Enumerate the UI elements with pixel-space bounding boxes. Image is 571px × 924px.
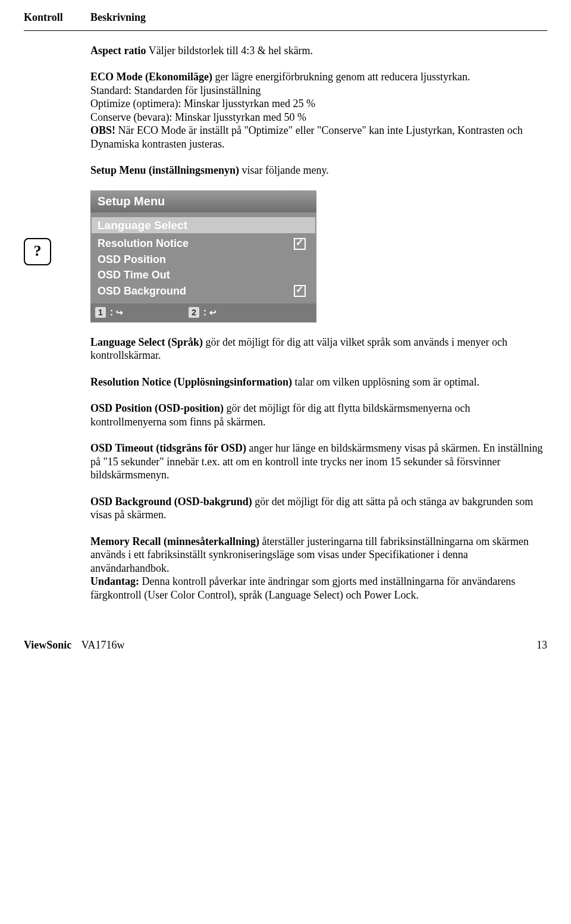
- header-divider: [24, 30, 547, 31]
- osd-item-osd-background: OSD Background: [98, 283, 309, 299]
- question-icon: ?: [24, 238, 51, 265]
- setup-menu-label: Setup Menu (inställningsmenyn): [90, 164, 239, 176]
- setup-menu-text: visar följande meny.: [239, 164, 329, 176]
- para-setup-menu: Setup Menu (inställningsmenyn) visar föl…: [90, 164, 547, 177]
- osd-body: Language Select Resolution Notice OSD Po…: [90, 212, 316, 304]
- osd-position-label: OSD Position: [98, 253, 166, 267]
- osd-footer-hint-2: 2 : ↩: [189, 306, 217, 318]
- osd-footer: 1 : ↪ 2 : ↩: [90, 303, 316, 322]
- header-kontroll: Kontroll: [24, 11, 90, 24]
- osd-title: Setup Menu: [90, 190, 316, 212]
- osd-resolution-label: Resolution Notice: [98, 237, 189, 250]
- footer-page-number: 13: [537, 638, 547, 652]
- eco-mode-text: ger lägre energiförbrukning genom att re…: [212, 71, 470, 83]
- osd-background-label: OSD Background (OSD-bakgrund): [90, 496, 252, 508]
- para-osd-timeout: OSD Timeout (tidsgräns för OSD) anger hu…: [90, 441, 547, 482]
- footer-brand: ViewSonic: [24, 639, 71, 651]
- eco-obs-text: När ECO Mode är inställt på "Optimize" e…: [90, 124, 523, 150]
- eco-mode-label: ECO Mode (Ekonomiläge): [90, 71, 212, 83]
- resolution-notice-label: Resolution Notice (Upplösningsinformatio…: [90, 376, 292, 388]
- language-select-label: Language Select (Språk): [90, 336, 203, 348]
- osd-footer-sep-1: :: [107, 306, 116, 318]
- kontroll-column: ?: [24, 44, 90, 602]
- para-language-select: Language Select (Språk) gör det möjligt …: [90, 336, 547, 362]
- eco-optimize-line: Optimize (optimera): Minskar ljusstyrkan…: [90, 98, 315, 109]
- resolution-notice-text: talar om vilken upplösning som är optima…: [292, 376, 479, 388]
- osd-timeout-label: OSD Time Out: [98, 268, 170, 282]
- para-osd-background: OSD Background (OSD-bakgrund) gör det mö…: [90, 495, 547, 522]
- osd-position-label: OSD Position (OSD-position): [90, 402, 224, 414]
- aspect-ratio-label: Aspect ratio: [90, 45, 146, 57]
- osd-item-resolution-notice: Resolution Notice: [98, 236, 309, 252]
- beskrivning-column: Aspect ratio Väljer bildstorlek till 4:3…: [90, 44, 547, 602]
- para-resolution-notice: Resolution Notice (Upplösningsinformatio…: [90, 375, 547, 389]
- osd-item-language-select: Language Select: [92, 217, 315, 234]
- memory-recall-exception-text: Denna kontroll påverkar inte ändringar s…: [90, 575, 515, 601]
- page-footer: ViewSonic VA1716w 13: [24, 638, 547, 652]
- eco-obs-label: OBS!: [90, 124, 115, 136]
- question-icon-glyph: ?: [34, 242, 42, 261]
- osd-footer-hint-1: 1 : ↪: [95, 306, 123, 318]
- osd-item-osd-position: OSD Position: [98, 252, 309, 268]
- table-header: Kontroll Beskrivning: [24, 11, 547, 24]
- memory-recall-label: Memory Recall (minnesåterkallning): [90, 535, 259, 547]
- check-icon: [294, 285, 306, 297]
- aspect-ratio-text: Väljer bildstorlek till 4:3 & hel skärm.: [146, 45, 313, 57]
- para-osd-position: OSD Position (OSD-position) gör det möjl…: [90, 402, 547, 428]
- enter-icon: ↩: [209, 308, 217, 317]
- content-area: ? Aspect ratio Väljer bildstorlek till 4…: [24, 44, 547, 602]
- para-memory-recall: Memory Recall (minnesåterkallning) åters…: [90, 535, 547, 602]
- osd-footer-num-2: 2: [189, 307, 199, 318]
- check-icon: [294, 238, 306, 250]
- para-aspect-ratio: Aspect ratio Väljer bildstorlek till 4:3…: [90, 44, 547, 58]
- footer-left: ViewSonic VA1716w: [24, 638, 125, 652]
- eco-standard-line: Standard: Standarden för ljusinställning: [90, 84, 261, 96]
- osd-item-osd-timeout: OSD Time Out: [98, 267, 309, 283]
- para-eco-mode: ECO Mode (Ekonomiläge) ger lägre energif…: [90, 70, 547, 151]
- osd-footer-sep-2: :: [200, 306, 209, 318]
- osd-background-label: OSD Background: [98, 284, 186, 298]
- exit-icon: ↪: [116, 308, 123, 317]
- osd-setup-menu: Setup Menu Language Select Resolution No…: [90, 190, 316, 322]
- osd-timeout-label: OSD Timeout (tidsgräns för OSD): [90, 442, 246, 454]
- header-beskrivning: Beskrivning: [90, 11, 146, 24]
- osd-footer-num-1: 1: [95, 307, 106, 318]
- footer-model: VA1716w: [81, 639, 125, 651]
- memory-recall-exception-label: Undantag:: [90, 575, 139, 587]
- eco-conserve-line: Conserve (bevara): Minskar ljusstyrkan m…: [90, 111, 306, 123]
